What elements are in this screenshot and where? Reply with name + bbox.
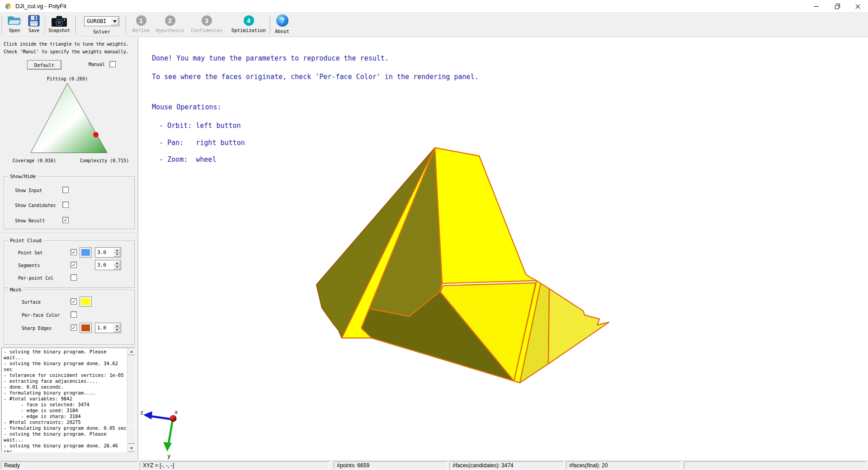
scroll-up-button[interactable] — [127, 348, 135, 355]
show-hide-title: Show/Hide — [8, 174, 38, 179]
hint-line-1: Click inside the triangle to tune the we… — [4, 42, 129, 47]
scrollbar-thumb[interactable] — [127, 425, 135, 444]
step-confidences-label: Confidences — [191, 28, 222, 33]
weights-triangle[interactable]: Fitting (0.269) Coverage (0.016) Complex… — [9, 72, 129, 165]
log-line: sec — [4, 367, 126, 372]
step-confidences-button[interactable]: 3 Confidences — [192, 15, 222, 33]
log-line: - edge is used: 3184 — [4, 408, 126, 414]
per-face-color-checkbox[interactable] — [71, 311, 77, 318]
close-button[interactable] — [847, 0, 868, 13]
surface-color — [81, 298, 90, 305]
per-point-color-checkbox[interactable] — [71, 274, 77, 281]
log-line: - formulating binary program done. 0.05 … — [4, 425, 126, 431]
show-candidates-checkbox[interactable] — [62, 202, 69, 208]
spin-up-icon[interactable] — [113, 248, 120, 253]
step-refine-button[interactable]: 1 Refine — [130, 15, 152, 33]
segment-size-spinner[interactable]: 3.0 — [95, 260, 121, 270]
per-face-color-label: Per-face Color — [22, 313, 60, 318]
app-icon — [5, 3, 12, 10]
minimize-button[interactable] — [806, 0, 826, 13]
reconstructed-model-canvas[interactable]: z x y — [139, 38, 868, 460]
minimize-icon — [814, 6, 819, 7]
edge-width-spinner[interactable]: 1.0 — [95, 323, 121, 333]
y-axis-arrowhead-icon — [163, 442, 172, 451]
step-4-icon: 4 — [244, 15, 254, 26]
show-result-checkbox[interactable]: ✓ — [62, 217, 69, 223]
open-folder-icon — [8, 14, 21, 28]
complexity-label: Complexity (0.715) — [80, 158, 129, 163]
combo-dropdown-button[interactable] — [111, 17, 118, 25]
sharp-edges-color-button[interactable] — [80, 323, 92, 333]
open-label: Open — [9, 28, 20, 33]
save-button[interactable]: Save — [24, 14, 43, 33]
step-2-icon: 2 — [165, 15, 175, 26]
point-set-label: Point Set — [18, 250, 42, 255]
3d-viewport[interactable]: Done! You may tune the parameters to rep… — [139, 38, 868, 460]
step-hypothesis-button[interactable]: 2 Hypothesis — [156, 15, 184, 33]
log-line: - solving the binary program. Please — [4, 349, 126, 355]
step-optimization-button[interactable]: 4 Optimization — [232, 15, 265, 33]
toolbar-handle[interactable] — [75, 15, 77, 34]
show-input-checkbox[interactable] — [62, 187, 69, 193]
spin-up-icon[interactable] — [113, 324, 120, 328]
toolbar-handle[interactable] — [2, 15, 3, 34]
weight-marker-dot[interactable] — [93, 132, 99, 137]
log-line: - edge is sharp: 3184 — [4, 414, 126, 419]
restore-button[interactable] — [826, 0, 847, 13]
status-empty — [684, 461, 866, 470]
status-faces-candidates: #faces(candidates): 3474 — [449, 461, 564, 470]
fitting-label: Fitting (0.269) — [47, 76, 88, 81]
manual-checkbox[interactable] — [109, 61, 116, 67]
log-scrollbar[interactable] — [127, 348, 135, 452]
spin-down-icon[interactable] — [113, 328, 120, 333]
status-faces-final: #faces(final): 20 — [566, 461, 681, 470]
toolbar-separator — [126, 15, 127, 34]
default-button[interactable]: Default — [27, 60, 61, 70]
about-button[interactable]: ? About — [272, 14, 292, 34]
coverage-label: Coverage (0.016) — [13, 158, 56, 163]
open-button[interactable]: Open — [5, 14, 24, 33]
show-candidates-label: Show Candidates — [15, 203, 56, 208]
step-optimization-label: Optimization — [231, 28, 266, 33]
surface-label: Surface — [22, 300, 41, 305]
toolbar-handle[interactable] — [270, 15, 271, 34]
surface-color-button[interactable] — [80, 296, 92, 307]
spin-up-icon[interactable] — [113, 261, 120, 265]
x-axis-label: x — [175, 409, 178, 415]
solver-select[interactable]: GUROBI — [84, 16, 119, 26]
main-toolbar: Open Save — [0, 13, 868, 37]
point-set-color-button[interactable] — [80, 247, 92, 258]
panel-separator — [0, 233, 138, 234]
result-polyhedron — [316, 148, 609, 383]
log-line: - done. 0.01 seconds. — [4, 384, 126, 390]
snapshot-button[interactable]: Snapshot — [47, 14, 71, 33]
spin-down-icon[interactable] — [113, 253, 120, 257]
log-line: wait... — [4, 437, 126, 443]
chevron-down-icon — [113, 20, 117, 23]
control-panel: Click inside the triangle to tune the we… — [0, 38, 138, 460]
point-set-checkbox[interactable]: ✓ — [71, 249, 77, 255]
log-output[interactable]: - solving the binary program. Please wai… — [1, 348, 135, 452]
window-controls — [806, 0, 868, 13]
restore-icon — [835, 5, 839, 9]
triangle-area[interactable] — [31, 83, 107, 153]
show-input-label: Show Input — [15, 188, 42, 193]
surface-checkbox[interactable]: ✓ — [71, 298, 77, 305]
log-line: - extracting face adjacencies.... — [4, 378, 126, 384]
save-label: Save — [28, 28, 39, 33]
hint-line-2: Check 'Manul' to specify the weights man… — [4, 49, 129, 54]
per-point-color-label: Per-point Col — [18, 276, 53, 281]
log-line: - solving the binary program done. 28.46 — [4, 443, 126, 449]
point-size-spinner[interactable]: 3.0 — [95, 247, 121, 258]
scroll-down-button[interactable] — [127, 445, 135, 452]
sharp-edges-checkbox[interactable]: ✓ — [71, 324, 77, 331]
status-xyz: XYZ = [-, -, -] — [140, 461, 329, 470]
step-1-icon: 1 — [136, 15, 146, 26]
segments-checkbox[interactable]: ✓ — [71, 262, 77, 268]
solver-value: GUROBI — [87, 18, 106, 24]
spin-down-icon[interactable] — [113, 265, 120, 270]
step-hypothesis-label: Hypothesis — [156, 28, 184, 33]
question-mark-icon: ? — [276, 14, 288, 27]
sharp-edges-label: Sharp Edges — [22, 326, 52, 331]
mesh-face-wing-outer — [548, 289, 609, 364]
